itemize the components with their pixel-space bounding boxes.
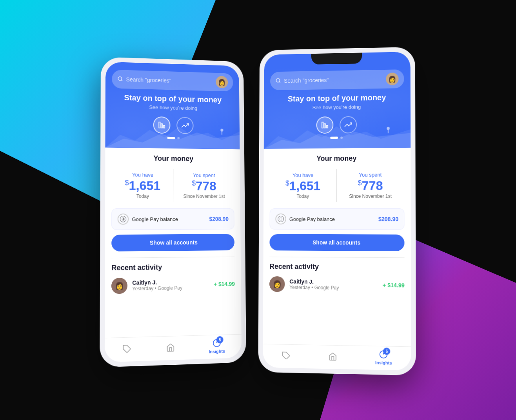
divider-small bbox=[111, 257, 234, 258]
insights-badge-small: 5 bbox=[216, 336, 223, 344]
insights-label-small: Insights bbox=[209, 349, 225, 354]
header-tab-trend[interactable] bbox=[176, 117, 193, 134]
activity-info-large-0: Caitlyn J. Yesterday • Google Pay bbox=[289, 278, 378, 291]
bottom-nav-large: 5 Insights bbox=[263, 344, 411, 371]
you-have-stat-large: You have $1,651 Today bbox=[270, 169, 336, 202]
phone-large-screen: Search "groceries" 👩 Stay on top of your… bbox=[263, 52, 411, 371]
money-stats-small: You have $1,651 Today You spent $778 Sin… bbox=[111, 168, 234, 202]
you-have-period-small: Today bbox=[115, 194, 171, 199]
nav-item-home-large[interactable] bbox=[328, 351, 337, 361]
you-spent-stat-large: You spent $778 Since November 1st bbox=[336, 168, 405, 202]
svg-rect-19 bbox=[327, 125, 328, 128]
gpay-icon-large bbox=[275, 214, 286, 224]
phone-small: Search "groceries" 👩 Stay on top of your… bbox=[100, 57, 246, 367]
search-icon-large bbox=[276, 78, 281, 84]
hero-title-small: Stay on top of your money bbox=[112, 93, 233, 105]
header-tab-chart-large[interactable] bbox=[316, 116, 334, 134]
header-tabs-small bbox=[112, 116, 234, 135]
recent-title-small: Recent activity bbox=[111, 262, 235, 272]
phone-small-content: Your money You have $1,651 Today You spe… bbox=[105, 148, 242, 338]
svg-line-16 bbox=[279, 81, 280, 83]
section-title-large: Your money bbox=[270, 154, 404, 163]
search-icon bbox=[117, 76, 123, 83]
home-icon-small bbox=[166, 342, 175, 352]
insights-badge-large: 5 bbox=[383, 348, 390, 355]
activity-meta-small-0: Yesterday • Google Pay bbox=[132, 285, 209, 292]
svg-point-24 bbox=[278, 216, 284, 222]
show-accounts-btn-small[interactable]: Show all accounts bbox=[111, 234, 234, 252]
svg-rect-18 bbox=[324, 124, 325, 128]
you-spent-label-small: You spent bbox=[177, 172, 231, 178]
dot-1 bbox=[167, 137, 175, 139]
you-have-amount-large: $1,651 bbox=[273, 179, 333, 192]
bottom-nav-small: 5 Insights bbox=[105, 334, 242, 362]
nav-item-home-small[interactable] bbox=[166, 342, 175, 352]
balance-row-small: Google Pay balance $208.90 bbox=[111, 208, 234, 230]
header-tabs-large bbox=[270, 116, 404, 134]
activity-amount-small-0: + $14.99 bbox=[214, 281, 235, 288]
search-placeholder-small: Search "groceries" bbox=[126, 76, 213, 85]
you-spent-period-large: Since November 1st bbox=[340, 194, 402, 199]
you-have-label-small: You have bbox=[115, 172, 171, 178]
phones-wrapper: Search "groceries" 👩 Stay on top of your… bbox=[101, 47, 415, 373]
home-icon-large bbox=[328, 351, 337, 361]
user-avatar-large: 👩 bbox=[386, 72, 398, 85]
recent-title-large: Recent activity bbox=[269, 262, 404, 272]
svg-point-0 bbox=[118, 76, 122, 80]
nav-item-tag-large[interactable] bbox=[282, 351, 291, 360]
you-spent-amount-large: $778 bbox=[340, 179, 402, 192]
svg-rect-3 bbox=[161, 124, 162, 128]
nav-item-insights-large[interactable]: 5 Insights bbox=[375, 349, 392, 366]
section-title-small: Your money bbox=[112, 154, 234, 163]
you-have-period-large: Today bbox=[273, 194, 333, 199]
hero-title-large: Stay on top of your money bbox=[270, 93, 404, 104]
header-tab-chart[interactable] bbox=[153, 116, 171, 134]
dot-large-1 bbox=[330, 137, 338, 139]
phone-notch bbox=[311, 53, 362, 65]
nav-item-tag-small[interactable] bbox=[122, 344, 132, 354]
dot-large-2 bbox=[340, 136, 343, 139]
phone-large: Search "groceries" 👩 Stay on top of your… bbox=[258, 47, 416, 376]
you-have-amount-small: $1,651 bbox=[115, 179, 171, 192]
balance-row-large: Google Pay balance $208.90 bbox=[270, 208, 405, 230]
you-spent-stat-small: You spent $778 Since November 1st bbox=[173, 169, 234, 202]
search-bar-large[interactable]: Search "groceries" 👩 bbox=[270, 69, 404, 90]
phone-small-header: Search "groceries" 👩 Stay on top of your… bbox=[105, 62, 240, 149]
balance-label-small: Google Pay balance bbox=[132, 216, 178, 222]
search-placeholder-large: Search "groceries" bbox=[284, 76, 383, 84]
insights-icon-large: 5 bbox=[379, 349, 388, 359]
insights-icon-small: 5 bbox=[212, 338, 222, 348]
money-stats-large: You have $1,651 Today You spent $778 Sin… bbox=[270, 168, 404, 202]
you-spent-amount-small: $778 bbox=[177, 179, 231, 192]
activity-meta-large-0: Yesterday • Google Pay bbox=[289, 284, 378, 291]
hero-subtitle-large: See how you're doing bbox=[270, 103, 404, 111]
insights-label-large: Insights bbox=[375, 360, 392, 365]
activity-info-small-0: Caitlyn J. Yesterday • Google Pay bbox=[132, 279, 209, 292]
activity-amount-large-0: + $14.99 bbox=[383, 282, 405, 289]
activity-avatar-small-0: 👩 bbox=[111, 278, 127, 294]
you-spent-period-small: Since November 1st bbox=[177, 194, 231, 199]
svg-point-25 bbox=[280, 217, 282, 221]
you-spent-dollar-large: $ bbox=[358, 179, 362, 187]
balance-left-small: Google Pay balance bbox=[118, 214, 178, 225]
nav-item-insights-small[interactable]: 5 Insights bbox=[209, 338, 225, 354]
svg-line-1 bbox=[121, 80, 122, 81]
svg-rect-4 bbox=[164, 125, 165, 128]
phone-small-screen: Search "groceries" 👩 Stay on top of your… bbox=[105, 62, 242, 362]
show-accounts-btn-large[interactable]: Show all accounts bbox=[269, 234, 404, 252]
search-bar-small[interactable]: Search "groceries" 👩 bbox=[112, 70, 233, 92]
header-tab-trend-large[interactable] bbox=[340, 116, 357, 133]
you-spent-label-large: You spent bbox=[340, 172, 401, 178]
phone-large-content: Your money You have $1,651 Today You spe… bbox=[263, 148, 411, 347]
you-have-stat-small: You have $1,651 Today bbox=[111, 168, 173, 202]
activity-row-small-0: 👩 Caitlyn J. Yesterday • Google Pay + $1… bbox=[111, 276, 235, 294]
user-avatar-small: 👩 bbox=[216, 76, 228, 89]
phone-large-header: Search "groceries" 👩 Stay on top of your… bbox=[264, 52, 411, 149]
you-have-label-large: You have bbox=[273, 172, 333, 178]
you-have-dollar-small: $ bbox=[125, 179, 129, 187]
balance-left-large: Google Pay balance bbox=[275, 214, 335, 224]
tag-icon-small bbox=[122, 344, 132, 354]
activity-avatar-large-0: 👩 bbox=[269, 276, 285, 292]
activity-row-large-0: 👩 Caitlyn J. Yesterday • Google Pay + $1… bbox=[269, 276, 405, 293]
svg-rect-2 bbox=[159, 122, 160, 128]
